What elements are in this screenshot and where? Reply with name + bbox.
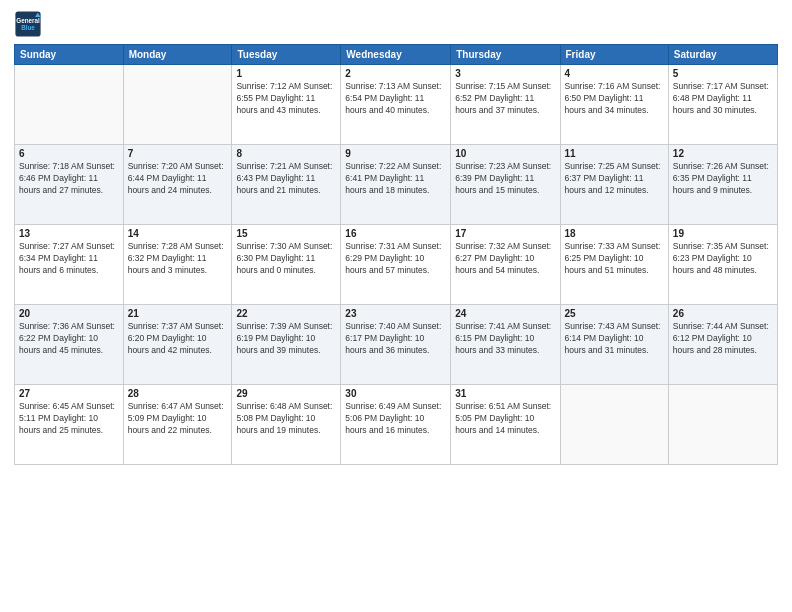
calendar-cell: 21Sunrise: 7:37 AM Sunset: 6:20 PM Dayli…	[123, 305, 232, 385]
calendar-cell: 3Sunrise: 7:15 AM Sunset: 6:52 PM Daylig…	[451, 65, 560, 145]
column-header-friday: Friday	[560, 45, 668, 65]
calendar-week-row: 6Sunrise: 7:18 AM Sunset: 6:46 PM Daylig…	[15, 145, 778, 225]
calendar-table: SundayMondayTuesdayWednesdayThursdayFrid…	[14, 44, 778, 465]
day-number: 3	[455, 68, 555, 79]
day-number: 17	[455, 228, 555, 239]
calendar-cell: 20Sunrise: 7:36 AM Sunset: 6:22 PM Dayli…	[15, 305, 124, 385]
day-number: 30	[345, 388, 446, 399]
day-info: Sunrise: 6:49 AM Sunset: 5:06 PM Dayligh…	[345, 401, 446, 437]
calendar-cell: 28Sunrise: 6:47 AM Sunset: 5:09 PM Dayli…	[123, 385, 232, 465]
day-number: 14	[128, 228, 228, 239]
day-info: Sunrise: 7:18 AM Sunset: 6:46 PM Dayligh…	[19, 161, 119, 197]
calendar-cell: 29Sunrise: 6:48 AM Sunset: 5:08 PM Dayli…	[232, 385, 341, 465]
calendar-cell: 25Sunrise: 7:43 AM Sunset: 6:14 PM Dayli…	[560, 305, 668, 385]
day-info: Sunrise: 6:48 AM Sunset: 5:08 PM Dayligh…	[236, 401, 336, 437]
calendar-cell: 16Sunrise: 7:31 AM Sunset: 6:29 PM Dayli…	[341, 225, 451, 305]
calendar-cell: 17Sunrise: 7:32 AM Sunset: 6:27 PM Dayli…	[451, 225, 560, 305]
day-number: 10	[455, 148, 555, 159]
day-info: Sunrise: 7:30 AM Sunset: 6:30 PM Dayligh…	[236, 241, 336, 277]
calendar-cell: 2Sunrise: 7:13 AM Sunset: 6:54 PM Daylig…	[341, 65, 451, 145]
calendar-week-row: 27Sunrise: 6:45 AM Sunset: 5:11 PM Dayli…	[15, 385, 778, 465]
column-header-monday: Monday	[123, 45, 232, 65]
day-number: 26	[673, 308, 773, 319]
calendar-cell: 14Sunrise: 7:28 AM Sunset: 6:32 PM Dayli…	[123, 225, 232, 305]
day-info: Sunrise: 7:43 AM Sunset: 6:14 PM Dayligh…	[565, 321, 664, 357]
day-number: 27	[19, 388, 119, 399]
calendar-cell: 12Sunrise: 7:26 AM Sunset: 6:35 PM Dayli…	[668, 145, 777, 225]
calendar-cell	[560, 385, 668, 465]
day-info: Sunrise: 7:20 AM Sunset: 6:44 PM Dayligh…	[128, 161, 228, 197]
day-info: Sunrise: 7:17 AM Sunset: 6:48 PM Dayligh…	[673, 81, 773, 117]
day-info: Sunrise: 7:22 AM Sunset: 6:41 PM Dayligh…	[345, 161, 446, 197]
day-info: Sunrise: 7:31 AM Sunset: 6:29 PM Dayligh…	[345, 241, 446, 277]
day-info: Sunrise: 6:51 AM Sunset: 5:05 PM Dayligh…	[455, 401, 555, 437]
day-info: Sunrise: 7:28 AM Sunset: 6:32 PM Dayligh…	[128, 241, 228, 277]
calendar-cell: 9Sunrise: 7:22 AM Sunset: 6:41 PM Daylig…	[341, 145, 451, 225]
calendar-cell	[668, 385, 777, 465]
day-number: 24	[455, 308, 555, 319]
calendar-cell: 30Sunrise: 6:49 AM Sunset: 5:06 PM Dayli…	[341, 385, 451, 465]
day-info: Sunrise: 7:25 AM Sunset: 6:37 PM Dayligh…	[565, 161, 664, 197]
day-number: 8	[236, 148, 336, 159]
day-info: Sunrise: 7:39 AM Sunset: 6:19 PM Dayligh…	[236, 321, 336, 357]
day-info: Sunrise: 7:37 AM Sunset: 6:20 PM Dayligh…	[128, 321, 228, 357]
day-info: Sunrise: 7:16 AM Sunset: 6:50 PM Dayligh…	[565, 81, 664, 117]
column-header-sunday: Sunday	[15, 45, 124, 65]
calendar-week-row: 13Sunrise: 7:27 AM Sunset: 6:34 PM Dayli…	[15, 225, 778, 305]
day-number: 1	[236, 68, 336, 79]
calendar-cell: 19Sunrise: 7:35 AM Sunset: 6:23 PM Dayli…	[668, 225, 777, 305]
column-header-saturday: Saturday	[668, 45, 777, 65]
calendar-cell: 7Sunrise: 7:20 AM Sunset: 6:44 PM Daylig…	[123, 145, 232, 225]
day-info: Sunrise: 7:26 AM Sunset: 6:35 PM Dayligh…	[673, 161, 773, 197]
calendar-cell: 31Sunrise: 6:51 AM Sunset: 5:05 PM Dayli…	[451, 385, 560, 465]
day-number: 4	[565, 68, 664, 79]
calendar-cell	[15, 65, 124, 145]
day-number: 15	[236, 228, 336, 239]
day-number: 23	[345, 308, 446, 319]
day-number: 2	[345, 68, 446, 79]
day-info: Sunrise: 7:13 AM Sunset: 6:54 PM Dayligh…	[345, 81, 446, 117]
day-info: Sunrise: 7:35 AM Sunset: 6:23 PM Dayligh…	[673, 241, 773, 277]
page-container: General Blue SundayMondayTuesdayWednesda…	[0, 0, 792, 475]
day-info: Sunrise: 7:12 AM Sunset: 6:55 PM Dayligh…	[236, 81, 336, 117]
calendar-cell	[123, 65, 232, 145]
day-info: Sunrise: 7:40 AM Sunset: 6:17 PM Dayligh…	[345, 321, 446, 357]
column-header-wednesday: Wednesday	[341, 45, 451, 65]
day-number: 16	[345, 228, 446, 239]
day-number: 19	[673, 228, 773, 239]
day-number: 29	[236, 388, 336, 399]
day-number: 12	[673, 148, 773, 159]
svg-text:General: General	[16, 17, 40, 24]
calendar-cell: 18Sunrise: 7:33 AM Sunset: 6:25 PM Dayli…	[560, 225, 668, 305]
calendar-cell: 24Sunrise: 7:41 AM Sunset: 6:15 PM Dayli…	[451, 305, 560, 385]
calendar-week-row: 1Sunrise: 7:12 AM Sunset: 6:55 PM Daylig…	[15, 65, 778, 145]
calendar-cell: 4Sunrise: 7:16 AM Sunset: 6:50 PM Daylig…	[560, 65, 668, 145]
day-info: Sunrise: 7:23 AM Sunset: 6:39 PM Dayligh…	[455, 161, 555, 197]
day-number: 13	[19, 228, 119, 239]
day-info: Sunrise: 7:44 AM Sunset: 6:12 PM Dayligh…	[673, 321, 773, 357]
day-number: 11	[565, 148, 664, 159]
day-info: Sunrise: 7:21 AM Sunset: 6:43 PM Dayligh…	[236, 161, 336, 197]
calendar-cell: 15Sunrise: 7:30 AM Sunset: 6:30 PM Dayli…	[232, 225, 341, 305]
day-number: 9	[345, 148, 446, 159]
calendar-cell: 27Sunrise: 6:45 AM Sunset: 5:11 PM Dayli…	[15, 385, 124, 465]
svg-text:Blue: Blue	[21, 24, 35, 31]
day-number: 31	[455, 388, 555, 399]
day-number: 6	[19, 148, 119, 159]
day-number: 22	[236, 308, 336, 319]
day-number: 5	[673, 68, 773, 79]
calendar-cell: 13Sunrise: 7:27 AM Sunset: 6:34 PM Dayli…	[15, 225, 124, 305]
day-number: 21	[128, 308, 228, 319]
calendar-cell: 10Sunrise: 7:23 AM Sunset: 6:39 PM Dayli…	[451, 145, 560, 225]
day-number: 25	[565, 308, 664, 319]
column-header-thursday: Thursday	[451, 45, 560, 65]
day-info: Sunrise: 7:32 AM Sunset: 6:27 PM Dayligh…	[455, 241, 555, 277]
calendar-cell: 8Sunrise: 7:21 AM Sunset: 6:43 PM Daylig…	[232, 145, 341, 225]
calendar-cell: 26Sunrise: 7:44 AM Sunset: 6:12 PM Dayli…	[668, 305, 777, 385]
calendar-cell: 6Sunrise: 7:18 AM Sunset: 6:46 PM Daylig…	[15, 145, 124, 225]
day-info: Sunrise: 7:27 AM Sunset: 6:34 PM Dayligh…	[19, 241, 119, 277]
day-number: 28	[128, 388, 228, 399]
calendar-header-row: SundayMondayTuesdayWednesdayThursdayFrid…	[15, 45, 778, 65]
calendar-week-row: 20Sunrise: 7:36 AM Sunset: 6:22 PM Dayli…	[15, 305, 778, 385]
day-info: Sunrise: 6:47 AM Sunset: 5:09 PM Dayligh…	[128, 401, 228, 437]
